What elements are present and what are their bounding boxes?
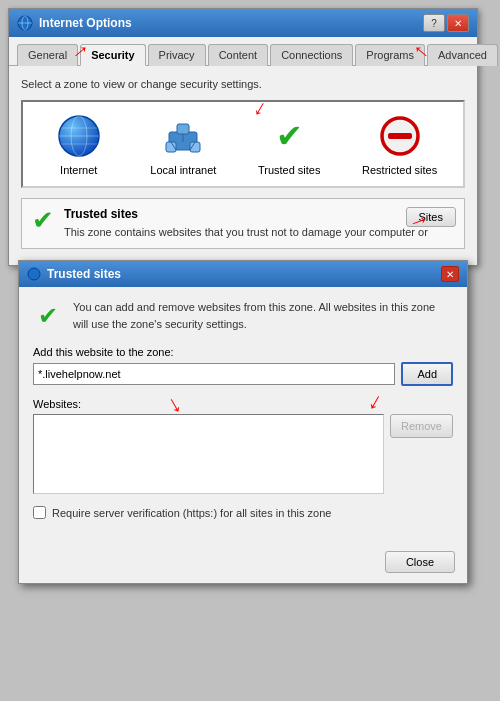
zone-restricted-label: Restricted sites [362,164,437,176]
dialog-close-button[interactable]: ✕ [441,266,459,282]
remove-button[interactable]: Remove [390,414,453,438]
info-box-text: Trusted sites This zone contains website… [64,207,428,240]
info-box-desc: This zone contains websites that you tru… [64,225,428,240]
tab-privacy[interactable]: Privacy [148,44,206,66]
zone-trusted[interactable]: ✔ Trusted sites [258,112,321,176]
dialog-title-text: Trusted sites [47,267,121,281]
info-checkmark-icon: ✔ [32,207,54,233]
zone-internet[interactable]: Internet [49,112,109,176]
zone-info-box: ✔ Trusted sites This zone contains websi… [21,198,465,249]
intranet-icon-container [159,112,207,160]
zone-restricted[interactable]: Restricted sites [362,112,437,176]
title-bar-left: Internet Options [17,15,132,31]
zone-trusted-label: Trusted sites [258,164,321,176]
info-box-title: Trusted sites [64,207,428,221]
security-tab-content: Select a zone to view or change security… [9,66,477,265]
restricted-icon-container [376,112,424,160]
intranet-icon [161,114,205,158]
globe-icon [57,114,101,158]
title-bar-controls: ? ✕ [423,14,469,32]
dialog-trusted-icon [27,267,41,281]
dialog-info-section: ✔ You can add and remove websites from t… [33,299,453,332]
dialog-close-footer-button[interactable]: Close [385,551,455,573]
https-checkbox[interactable] [33,506,46,519]
trusted-sites-dialog: Trusted sites ✕ ✔ You can add and remove… [18,260,468,584]
zone-intranet-label: Local intranet [150,164,216,176]
window-close-button[interactable]: ✕ [447,14,469,32]
tab-connections[interactable]: Connections [270,44,353,66]
ie-icon [17,15,33,31]
dialog-title-bar: Trusted sites ✕ [19,261,467,287]
dialog-title-left: Trusted sites [27,267,121,281]
zones-box: Internet Local intranet [21,100,465,188]
trusted-icon-container: ✔ [265,112,313,160]
no-entry-icon [378,114,422,158]
tab-advanced[interactable]: Advanced [427,44,498,66]
dialog-check-icon: ✔ [33,301,63,331]
dialog-info-text: You can add and remove websites from thi… [73,299,453,332]
title-bar-title: Internet Options [39,16,132,30]
https-checkbox-row: Require server verification (https:) for… [33,506,453,519]
svg-point-17 [28,268,40,280]
svg-rect-9 [177,124,189,134]
website-input[interactable] [33,363,395,385]
zone-intranet[interactable]: Local intranet [150,112,216,176]
websites-area-row: Remove [33,414,453,494]
svg-rect-16 [388,133,412,139]
trusted-checkmark-icon: ✔ [276,120,303,152]
tab-content[interactable]: Content [208,44,269,66]
add-button[interactable]: Add [401,362,453,386]
websites-list[interactable] [33,414,384,494]
https-checkbox-label: Require server verification (https:) for… [52,507,331,519]
zone-internet-label: Internet [60,164,97,176]
internet-icon-container [55,112,103,160]
add-website-label: Add this website to the zone: [33,346,453,358]
title-bar: Internet Options ? ✕ [9,9,477,37]
dialog-footer: Close [19,545,467,583]
zone-description: Select a zone to view or change security… [21,78,465,90]
help-button[interactable]: ? [423,14,445,32]
add-website-row: Add [33,362,453,386]
websites-label: Websites: [33,398,453,410]
dialog-body: ✔ You can add and remove websites from t… [19,287,467,545]
